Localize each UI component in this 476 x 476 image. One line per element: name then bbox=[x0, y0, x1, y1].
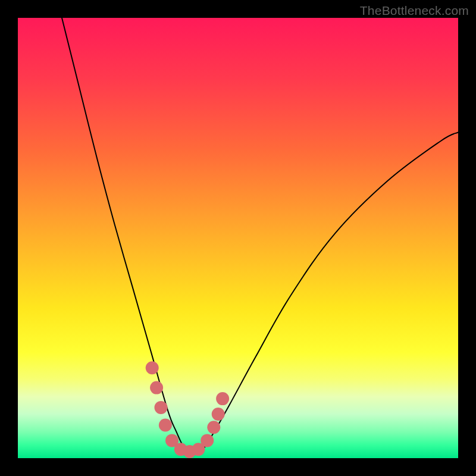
watermark-text: TheBottleneck.com bbox=[360, 4, 469, 18]
optimal-marker bbox=[212, 408, 225, 421]
optimal-marker bbox=[201, 434, 214, 447]
optimal-marker bbox=[150, 381, 163, 394]
optimal-marker bbox=[216, 392, 229, 405]
chart-frame: TheBottleneck.com bbox=[0, 0, 476, 476]
optimal-marker bbox=[155, 401, 168, 414]
curve-layer bbox=[18, 18, 458, 458]
optimal-marker bbox=[207, 421, 220, 434]
optimal-marker bbox=[146, 361, 159, 374]
optimal-marker bbox=[159, 419, 172, 432]
bottleneck-curve bbox=[62, 18, 458, 454]
plot-area bbox=[18, 18, 458, 458]
